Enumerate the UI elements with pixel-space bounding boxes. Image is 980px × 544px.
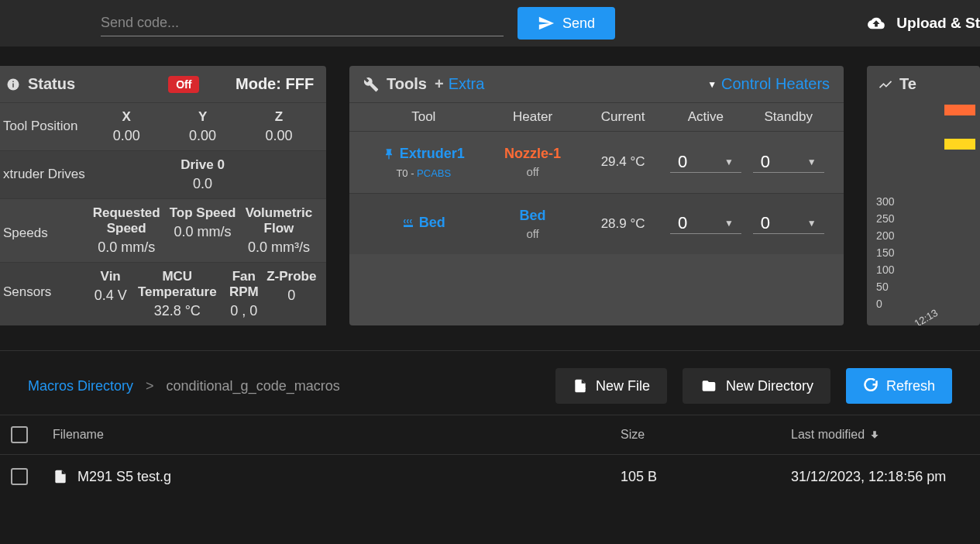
tool-name: Extruder1	[400, 146, 465, 162]
heater-link-nozzle[interactable]: Nozzle-1	[483, 146, 581, 162]
send-icon	[538, 15, 555, 32]
requested-speed-value: 0.0 mm/s	[88, 239, 164, 256]
axis-x-heading: X	[88, 109, 164, 125]
drive0-heading: Drive 0	[88, 157, 317, 173]
breadcrumb-root[interactable]: Macros Directory	[28, 378, 133, 394]
plus-icon[interactable]: +	[435, 75, 444, 93]
tool-row: Bed Bed off 28.9 °C ▼ ▼	[349, 193, 844, 254]
standby-temp-input[interactable]	[761, 152, 807, 172]
send-label: Send	[562, 15, 595, 32]
cloud-upload-icon	[865, 15, 887, 32]
heater-link-bed[interactable]: Bed	[483, 208, 581, 224]
tool-position-label: Tool Position	[3, 109, 88, 144]
control-heaters-dropdown[interactable]: ▼ Control Heaters	[707, 75, 830, 93]
chart-y-axis: 300 250 200 150 100 50 0	[876, 195, 894, 315]
legend-swatch	[944, 139, 975, 150]
caret-down-icon[interactable]: ▼	[807, 218, 817, 229]
fan-rpm-heading: Fan RPM	[222, 269, 266, 300]
tools-heading: Tools	[387, 75, 427, 93]
col-filename[interactable]: Filename	[50, 428, 621, 442]
caret-down-icon[interactable]: ▼	[724, 218, 734, 229]
pin-icon	[383, 148, 395, 160]
send-button[interactable]: Send	[518, 7, 615, 40]
col-size[interactable]: Size	[621, 428, 791, 442]
standby-temp-select[interactable]: ▼	[753, 152, 824, 173]
bed-icon	[402, 216, 414, 229]
svg-rect-1	[12, 83, 14, 87]
row-checkbox[interactable]	[11, 468, 28, 485]
caret-down-icon: ▼	[707, 79, 717, 90]
current-temp: 29.4 °C	[582, 154, 665, 170]
upload-label: Upload & St	[896, 15, 980, 32]
breadcrumb: Macros Directory > conditional_g_code_ma…	[0, 350, 980, 415]
col-current: Current	[582, 109, 665, 125]
wrench-icon	[363, 77, 379, 92]
standby-temp-input[interactable]	[761, 213, 807, 233]
active-temp-select[interactable]: ▼	[670, 152, 741, 173]
axis-x-value: 0.00	[88, 128, 164, 144]
file-modified: 31/12/2023, 12:18:56 pm	[791, 469, 969, 485]
mode-label: Mode: FFF	[236, 75, 314, 93]
col-heater: Heater	[483, 109, 581, 125]
new-file-label: New File	[596, 378, 650, 394]
folder-plus-icon	[700, 378, 718, 394]
drive0-value: 0.0	[88, 176, 317, 192]
tool-name: Bed	[419, 215, 445, 231]
top-speed-value: 0.0 mm/s	[164, 224, 240, 240]
chart-icon	[878, 77, 893, 92]
tool-link-extruder1[interactable]: Extruder1	[383, 146, 465, 162]
axis-y-value: 0.00	[164, 128, 240, 144]
new-file-button[interactable]: New File	[555, 368, 667, 404]
breadcrumb-current: conditional_g_code_macros	[167, 378, 340, 394]
file-plus-icon	[573, 377, 588, 394]
status-badge: Off	[168, 76, 199, 93]
top-speed-heading: Top Speed	[164, 205, 240, 221]
file-icon	[53, 467, 68, 486]
new-directory-button[interactable]: New Directory	[683, 368, 830, 404]
heater-state: off	[483, 227, 581, 240]
extra-link[interactable]: Extra	[449, 75, 485, 93]
upload-start-button[interactable]: Upload & St	[865, 15, 980, 32]
control-heaters-label: Control Heaters	[721, 75, 830, 93]
requested-speed-heading: Requested Speed	[88, 205, 164, 236]
gcode-input[interactable]	[101, 10, 504, 36]
material-link[interactable]: PCABS	[417, 167, 451, 179]
tools-panel: Tools + Extra ▼ Control Heaters Tool Hea…	[349, 66, 844, 325]
select-all-checkbox[interactable]	[11, 426, 28, 443]
active-temp-select[interactable]: ▼	[670, 213, 741, 234]
active-temp-input[interactable]	[678, 152, 724, 172]
tool-link-bed[interactable]: Bed	[402, 215, 445, 231]
temp-heading: Te	[899, 75, 916, 93]
axis-y-heading: Y	[164, 109, 240, 125]
table-row[interactable]: M291 S5 test.g 105 B 31/12/2023, 12:18:5…	[0, 455, 980, 498]
active-temp-input[interactable]	[678, 213, 724, 233]
file-size: 105 B	[621, 469, 791, 485]
status-heading: Status	[28, 75, 75, 93]
standby-temp-select[interactable]: ▼	[753, 213, 824, 234]
col-tool: Tool	[363, 109, 483, 125]
extruder-drives-label: xtruder Drives	[3, 157, 88, 192]
chart-x-tick: 12:13	[913, 307, 940, 325]
refresh-icon	[863, 378, 879, 394]
col-active: Active	[665, 109, 748, 125]
breadcrumb-separator: >	[146, 378, 154, 394]
col-standby: Standby	[747, 109, 830, 125]
axis-z-heading: Z	[241, 109, 317, 125]
heater-state: off	[483, 165, 581, 178]
sort-desc-icon	[869, 429, 880, 440]
vin-heading: Vin	[88, 269, 132, 284]
axis-z-value: 0.00	[241, 128, 317, 144]
volumetric-flow-heading: Volumetric Flow	[241, 205, 317, 236]
caret-down-icon[interactable]: ▼	[807, 157, 817, 167]
refresh-button[interactable]: Refresh	[846, 368, 952, 404]
mcu-temp-value: 32.8 °C	[132, 303, 222, 319]
temperature-chart-panel: Te 300 250 200 150 100 50 0 12:13	[867, 66, 980, 325]
zprobe-heading: Z-Probe	[266, 269, 318, 284]
svg-rect-2	[12, 81, 14, 82]
speeds-label: Speeds	[3, 205, 88, 256]
caret-down-icon[interactable]: ▼	[724, 157, 734, 167]
current-temp: 28.9 °C	[582, 216, 665, 232]
legend-swatch	[944, 105, 975, 115]
col-last-modified[interactable]: Last modified	[791, 428, 969, 442]
refresh-label: Refresh	[886, 378, 935, 394]
